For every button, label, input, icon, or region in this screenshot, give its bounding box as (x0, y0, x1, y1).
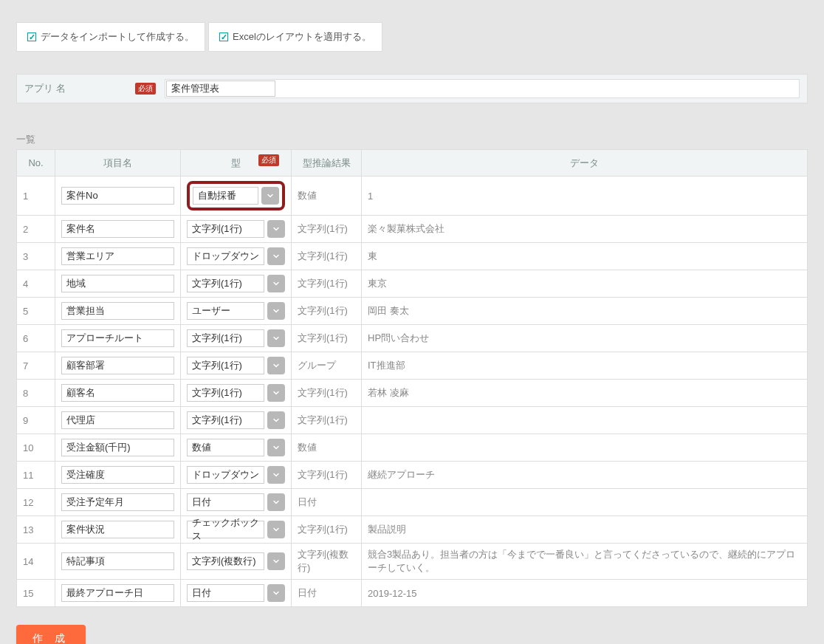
inference-cell: 文字列(1行) (292, 462, 362, 489)
data-cell: IT推進部 (362, 352, 808, 380)
inference-cell: 文字列(1行) (292, 243, 362, 270)
data-cell: 競合3製品あり。担当者の方は「今までで一番良い」と言ってくださっているので、継続… (362, 544, 808, 580)
row-no: 5 (17, 298, 55, 325)
field-name-input[interactable] (61, 552, 174, 570)
type-value: 日付 (187, 493, 264, 511)
top-options: データをインポートして作成する。 Excelのレイアウトを適用する。 (16, 22, 808, 52)
table-row: 1自動採番数値1 (17, 177, 808, 216)
type-value: 文字列(複数行) (187, 552, 264, 570)
field-name-input[interactable] (61, 187, 174, 205)
inference-cell: 文字列(1行) (292, 407, 362, 434)
type-select[interactable]: 文字列(1行) (187, 220, 285, 238)
field-name-input[interactable] (61, 220, 174, 238)
type-select[interactable]: ユーザー (187, 302, 285, 320)
type-select[interactable]: 文字列(1行) (187, 357, 285, 374)
field-name-input[interactable] (61, 584, 174, 602)
data-cell: HP問い合わせ (362, 325, 808, 352)
inference-cell: 文字列(複数行) (292, 544, 362, 580)
field-name-input[interactable] (61, 466, 174, 484)
table-row: 6文字列(1行)文字列(1行)HP問い合わせ (17, 325, 808, 352)
chevron-down-icon[interactable] (267, 521, 285, 538)
row-no: 11 (17, 462, 55, 489)
data-cell: 2019-12-15 (362, 580, 808, 607)
chevron-down-icon[interactable] (267, 493, 285, 511)
data-cell: 1 (362, 177, 808, 216)
type-select[interactable]: 日付 (187, 584, 285, 602)
row-no: 4 (17, 270, 55, 298)
chevron-down-icon[interactable] (267, 411, 285, 429)
type-select[interactable]: 文字列(1行) (187, 329, 285, 347)
app-name-input[interactable]: 案件管理表 (166, 80, 275, 97)
type-value: 日付 (187, 584, 264, 602)
app-name-row: アプリ 名 必須 案件管理表 (16, 74, 808, 103)
type-select[interactable]: 文字列(1行) (187, 384, 285, 402)
data-cell: 若林 凌麻 (362, 380, 808, 407)
data-cell: 楽々製菓株式会社 (362, 216, 808, 243)
type-select[interactable]: 文字列(1行) (187, 411, 285, 429)
field-name-input[interactable] (61, 302, 174, 320)
chevron-down-icon[interactable] (267, 357, 285, 374)
row-no: 12 (17, 489, 55, 516)
chevron-down-icon[interactable] (267, 466, 285, 484)
chevron-down-icon[interactable] (267, 584, 285, 602)
app-name-input-wrap: 案件管理表 (165, 79, 800, 98)
layout-option[interactable]: Excelのレイアウトを適用する。 (208, 22, 382, 52)
table-row: 12日付日付 (17, 489, 808, 516)
type-value: 文字列(1行) (187, 384, 264, 402)
type-value: 自動採番 (193, 187, 258, 205)
inference-cell: 文字列(1行) (292, 298, 362, 325)
row-no: 8 (17, 380, 55, 407)
data-cell (362, 489, 808, 516)
type-select[interactable]: チェックボックス (187, 521, 285, 538)
app-name-label: アプリ 名 (24, 82, 135, 95)
chevron-down-icon[interactable] (267, 302, 285, 320)
chevron-down-icon[interactable] (267, 220, 285, 238)
table-row: 9文字列(1行)文字列(1行) (17, 407, 808, 434)
field-name-input[interactable] (61, 247, 174, 265)
type-select[interactable]: 文字列(1行) (187, 275, 285, 292)
chevron-down-icon[interactable] (267, 552, 285, 570)
type-value: ユーザー (187, 302, 264, 320)
inference-cell: 文字列(1行) (292, 325, 362, 352)
check-icon (27, 32, 36, 41)
th-inference: 型推論結果 (292, 150, 362, 177)
type-select[interactable]: 日付 (187, 493, 285, 511)
type-select[interactable]: 自動採番 (193, 187, 279, 205)
inference-cell: 日付 (292, 580, 362, 607)
chevron-down-icon[interactable] (267, 329, 285, 347)
inference-cell: グループ (292, 352, 362, 380)
data-cell (362, 407, 808, 434)
create-button[interactable]: 作 成 (16, 625, 86, 644)
row-no: 9 (17, 407, 55, 434)
chevron-down-icon[interactable] (267, 384, 285, 402)
type-select[interactable]: ドロップダウン (187, 466, 285, 484)
inference-cell: 文字列(1行) (292, 216, 362, 243)
field-name-input[interactable] (61, 521, 174, 538)
field-name-input[interactable] (61, 275, 174, 292)
chevron-down-icon[interactable] (267, 247, 285, 265)
type-value: 文字列(1行) (187, 357, 264, 374)
th-no: No. (17, 150, 55, 177)
highlight-frame: 自動採番 (187, 181, 285, 210)
type-select[interactable]: 数値 (187, 439, 285, 456)
field-name-input[interactable] (61, 439, 174, 456)
th-name: 項目名 (55, 150, 181, 177)
table-row: 2文字列(1行)文字列(1行)楽々製菓株式会社 (17, 216, 808, 243)
type-select[interactable]: ドロップダウン (187, 247, 285, 265)
type-value: 文字列(1行) (187, 220, 264, 238)
field-name-input[interactable] (61, 357, 174, 374)
th-type: 型 必須 (181, 150, 292, 177)
chevron-down-icon[interactable] (261, 187, 279, 205)
field-name-input[interactable] (61, 493, 174, 511)
field-name-input[interactable] (61, 411, 174, 429)
type-select[interactable]: 文字列(複数行) (187, 552, 285, 570)
field-name-input[interactable] (61, 329, 174, 347)
field-name-input[interactable] (61, 384, 174, 402)
table-row: 11ドロップダウン文字列(1行)継続アプローチ (17, 462, 808, 489)
table-row: 7文字列(1行)グループIT推進部 (17, 352, 808, 380)
row-no: 15 (17, 580, 55, 607)
import-option[interactable]: データをインポートして作成する。 (16, 22, 205, 52)
chevron-down-icon[interactable] (267, 439, 285, 456)
chevron-down-icon[interactable] (267, 275, 285, 292)
layout-option-label: Excelのレイアウトを適用する。 (233, 30, 371, 44)
